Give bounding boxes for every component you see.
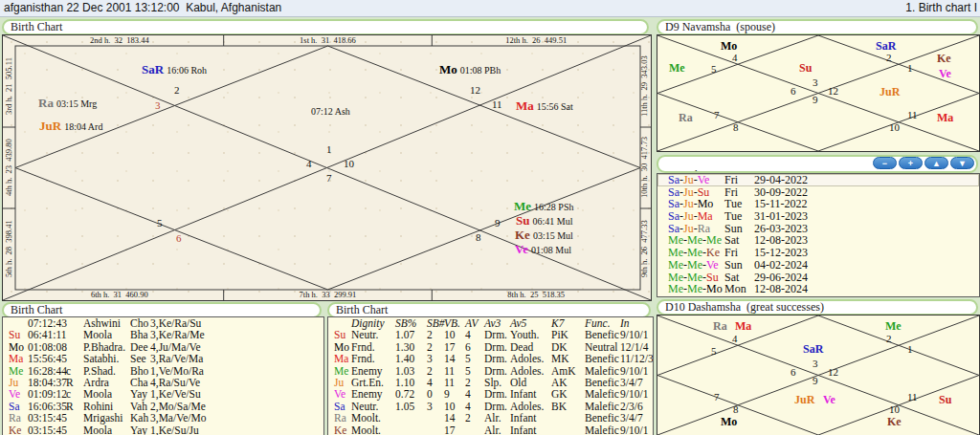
col-header: VB.: [444, 317, 460, 329]
dasha-start-date: 29-04-2022: [754, 174, 808, 186]
house-cusp-label-right-0: 11th h. 29 343.03: [638, 46, 651, 127]
cell-5: Drm.: [484, 401, 507, 412]
cell-0: Enemy: [351, 388, 383, 400]
house-number: 7: [714, 392, 720, 402]
col-header: K7: [551, 317, 564, 329]
planet-code: Mo: [9, 341, 24, 353]
cell-pada: 3,Ke/Ra/Su: [150, 317, 201, 329]
planet-code: Mo: [721, 39, 737, 53]
table-row: MoFrnd.1.302176Drm.DeadDKNeutral12/1/4: [328, 341, 653, 353]
planet-label-Ra: Ra: [713, 318, 727, 333]
cell-pada: 3,Ra/Ve/Ma: [150, 353, 203, 364]
main-birth-chart[interactable]: 2nd h. 32 183.441st h. 31 418.6612th h. …: [2, 34, 652, 301]
cell-syl: Bha: [130, 329, 148, 340]
planet-degree-nakshatra: 06:41 Mul: [532, 216, 572, 227]
house-number: 9: [813, 95, 818, 105]
table-header-row: DignitySB%SB#VB.AVAv3Av5K7Func.In: [328, 317, 653, 329]
planet-label-Ma: Ma15:56 Sat: [516, 98, 573, 114]
cell-time: 07:12:43: [28, 317, 67, 329]
dasha-row[interactable]: Me-Me-MoMon12-08-2024: [657, 283, 979, 295]
cell-syl: Vah: [130, 401, 147, 412]
house-number: 5: [711, 346, 717, 357]
cell-1: 1.03: [395, 365, 414, 377]
cell-time: 01:09:12: [28, 388, 67, 400]
planet-label-Ma: Ma: [937, 110, 953, 124]
house-number: 8: [733, 404, 739, 415]
dasha-down-button[interactable]: ▼: [950, 157, 974, 169]
cell-1: 1.30: [395, 341, 414, 353]
cell-0: Moolt.: [351, 424, 381, 435]
cell-8: Benefic: [585, 377, 619, 388]
planet-code: Ve: [515, 242, 528, 256]
house-number: 1: [907, 344, 913, 355]
cell-4: 5: [465, 365, 471, 377]
house-number: 10: [889, 122, 900, 133]
planet-code: Mo: [439, 62, 457, 76]
table-row: Ma15:56:45Satabhi.See3,Ra/Ve/Ma: [3, 353, 323, 364]
planet-label-SaR: SaR16:06 Roh: [142, 62, 207, 77]
house-number: 9: [813, 376, 818, 386]
dasha-zoom-out-button[interactable]: −: [873, 157, 897, 169]
dasha-zoom-in-button[interactable]: +: [899, 157, 923, 169]
cell-nakshatra: P.Bhadra.: [83, 341, 125, 353]
planet-code: Ma: [937, 111, 953, 124]
table-row: Ra03:15:45MrigashiKah3,Ma/Ve/Mo: [3, 412, 323, 424]
dasha-lord: Me: [687, 282, 702, 295]
main-chart-header-label: Birth Chart: [11, 20, 62, 33]
house-cusp-label-top-1: 1st h. 31 418.66: [224, 35, 433, 46]
planet-code: Sa: [9, 401, 20, 412]
cell-7: AK: [551, 377, 568, 388]
house-number: 3: [813, 77, 818, 88]
planet-degree-nakshatra: 16:28 PSh: [534, 202, 573, 212]
dasha-lord: Me: [668, 282, 683, 295]
table-row: 07:12:43AshwiniCho3,Ke/Ra/Su: [3, 317, 323, 329]
cell-syl: Cha: [130, 377, 148, 388]
planet-code: Su: [9, 329, 20, 340]
house-number: 10: [344, 159, 354, 169]
cell-4: 2: [465, 377, 471, 388]
cell-pada: 1,Ke/Ve/Su: [150, 388, 201, 400]
house-number: 12: [828, 367, 838, 378]
planet-code: JuR: [794, 393, 814, 406]
house-cusp-label-right-2: 9th h. 26 477.33: [638, 208, 651, 290]
cell-pada: 4,Ju/Ma/Ve: [150, 341, 201, 353]
dasha-up-button[interactable]: ▲: [924, 157, 948, 169]
house-cusp-label-bottom-0: 6th h. 31 460.90: [15, 290, 224, 300]
cell-9: 3/4/7: [620, 412, 643, 424]
cell-6: Infant: [510, 412, 536, 424]
planet-label-JuR: JuR: [880, 84, 900, 98]
planet-code: Su: [939, 393, 951, 406]
table-row: Sa16:06:35RRohiniVah2,Mo/Sa/Me: [3, 401, 323, 412]
cell-3: 11: [444, 365, 455, 377]
house-number: 11: [907, 110, 918, 120]
cell-3: 10: [444, 329, 456, 340]
house-number: 5: [711, 64, 717, 75]
cell-7: BK: [551, 401, 567, 412]
planet-strengths-table: DignitySB%SB#VB.AVAv3Av5K7Func.InSuNeutr…: [327, 316, 654, 435]
planet-code: Su: [516, 213, 529, 228]
vimshottari-toolbar: −+▲▼: [871, 157, 974, 169]
cell-4: 4: [465, 329, 471, 340]
planet-code: Ve: [9, 388, 20, 400]
table-row: RaMoolt.142Alr.InfantBenefic3/4/7: [328, 412, 653, 424]
cell-time: 03:15:45: [28, 412, 67, 424]
cell-3: 14: [444, 353, 456, 364]
house-number: 5: [157, 218, 163, 228]
house-number: 6: [176, 233, 182, 244]
d10-dashamsha-chart[interactable]: RaMaMeSaRJuRVeSuMoKe452136129781011: [657, 315, 980, 435]
cell-8: Malefic: [585, 424, 619, 435]
planet-code: Ma: [9, 353, 23, 364]
vimshottari-dasha-table: Sa-Ju-VeFri29-04-2022Sa-Ju-SuFri30-09-20…: [657, 173, 980, 297]
cell-5: Alr.: [484, 412, 501, 424]
cell-8: Malefic: [585, 365, 619, 377]
cell-time: 01:08:08: [28, 341, 67, 353]
planet-degree-nakshatra: 07:12 Ash: [311, 106, 350, 117]
cell-3: 17: [444, 341, 456, 353]
cell-9: 11/12/3: [620, 353, 654, 364]
d9-navamsha-chart[interactable]: MoMeSuSaRKeVeJuRRaMa452136129781011: [657, 34, 980, 152]
col-header: SB%: [395, 317, 416, 329]
cell-8: Benefic: [585, 353, 619, 364]
planet-code: SaR: [876, 39, 896, 53]
house-number: 10: [889, 404, 900, 415]
planet-label-Mo: Mo01:08 PBh: [439, 62, 501, 77]
